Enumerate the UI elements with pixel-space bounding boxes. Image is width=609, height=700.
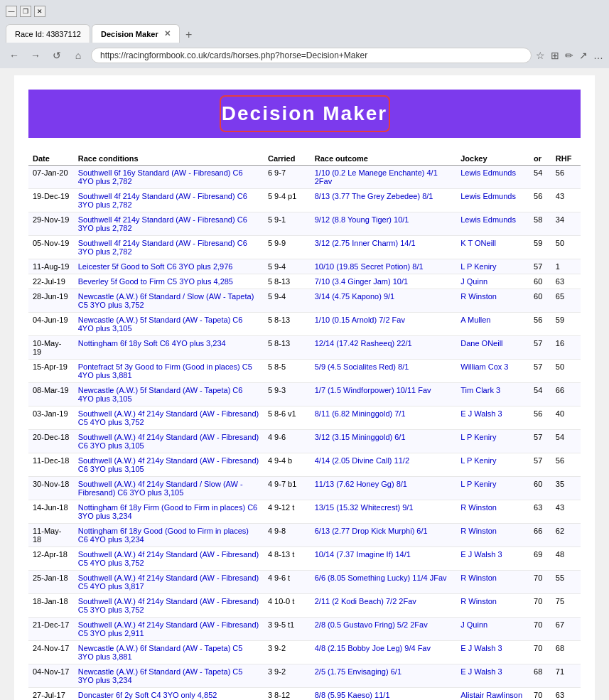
cell-outcome[interactable]: 3/14 (4.75 Kapono) 9/1 [311,289,457,313]
cell-race[interactable]: Nottingham 6f 18y Firm (Good to Firm in … [74,500,264,524]
cell-race[interactable]: Southwell (A.W.) 4f 214y Standard (AW - … [74,430,264,453]
cell-carried: 5 8-13 [264,313,311,336]
cell-outcome[interactable]: 2/8 (0.5 Gustavo Fring) 5/2 2Fav [311,618,457,641]
cell-race[interactable]: Newcastle (A.W.) 6f Standard (AW - Tapet… [74,664,264,688]
tab-race-id[interactable]: Race Id: 43837112 [6,24,90,43]
cell-race[interactable]: Southwell (A.W.) 4f 214y Standard (AW - … [74,547,264,571]
cell-outcome[interactable]: 1/10 (0.15 Arnold) 7/2 Fav [311,313,457,336]
extensions-icon[interactable]: ⊞ [551,50,559,61]
cell-jockey[interactable]: L P Keniry [456,477,529,500]
cell-race[interactable]: Beverley 5f Good to Firm C5 3YO plus 4,2… [74,274,264,289]
cell-date: 11-Dec-18 [28,453,74,477]
cell-race[interactable]: Nottingham 6f 18y Soft C6 4YO plus 3,234 [74,336,264,360]
cell-race[interactable]: Doncaster 6f 2y Soft C4 3YO only 4,852 [74,688,264,701]
cell-outcome[interactable]: 2/5 (1.75 Envisaging) 6/1 [311,664,457,688]
cell-jockey[interactable]: Lewis Edmunds [456,166,529,189]
race-table: Date Race conditions Carried Race outcom… [28,152,581,700]
bookmark-icon[interactable]: ☆ [536,50,545,61]
cell-outcome[interactable]: 10/14 (7.37 Imagine If) 14/1 [311,547,457,571]
cell-outcome[interactable]: 10/10 (19.85 Secret Potion) 8/1 [311,259,457,274]
cell-outcome[interactable]: 6/13 (2.77 Drop Kick Murphi) 6/1 [311,524,457,547]
cell-date: 14-Jun-18 [28,500,74,524]
cell-jockey[interactable]: L P Keniry [456,453,529,477]
cell-outcome[interactable]: 11/13 (7.62 Honey Gg) 8/1 [311,477,457,500]
cell-outcome[interactable]: 13/15 (15.32 Whitecrest) 9/1 [311,500,457,524]
cell-jockey[interactable]: E J Walsh 3 [456,664,529,688]
cell-race[interactable]: Southwell (A.W.) 4f 214y Standard (AW - … [74,594,264,618]
cell-jockey[interactable]: Lewis Edmunds [456,212,529,236]
cell-outcome[interactable]: 1/10 (0.2 Le Manege Enchante) 4/1 2Fav [311,166,457,189]
cell-outcome[interactable]: 12/14 (17.42 Rasheeq) 22/1 [311,336,457,360]
cell-race[interactable]: Newcastle (A.W.) 5f Standard (AW - Tapet… [74,383,264,406]
cell-date: 10-May-19 [28,336,74,360]
cell-jockey[interactable]: R Winston [456,571,529,594]
cell-race[interactable]: Southwell (A.W.) 4f 214y Standard (AW - … [74,618,264,641]
cell-jockey[interactable]: E J Walsh 3 [456,547,529,571]
cell-jockey[interactable]: E J Walsh 3 [456,406,529,430]
cell-race[interactable]: Southwell 4f 214y Standard (AW - Fibresa… [74,212,264,236]
cell-race[interactable]: Nottingham 6f 18y Good (Good to Firm in … [74,524,264,547]
cell-race[interactable]: Southwell 6f 16y Standard (AW - Fibresan… [74,166,264,189]
table-row: 24-Nov-17Newcastle (A.W.) 6f Standard (A… [28,641,581,664]
back-button[interactable]: ← [6,47,23,64]
cell-jockey[interactable]: Dane ONeill [456,336,529,360]
cell-jockey[interactable]: Lewis Edmunds [456,189,529,212]
cell-jockey[interactable]: R Winston [456,500,529,524]
cell-race[interactable]: Newcastle (A.W.) 6f Standard / Slow (AW … [74,289,264,313]
cell-jockey[interactable]: R Winston [456,289,529,313]
cell-jockey[interactable]: E J Walsh 3 [456,641,529,664]
cell-race[interactable]: Southwell (A.W.) 4f 214y Standard (AW - … [74,406,264,430]
pen-icon[interactable]: ✏ [565,50,573,61]
restore-button[interactable]: ❐ [20,6,31,17]
cell-race[interactable]: Southwell 4f 214y Standard (AW - Fibresa… [74,189,264,212]
cell-jockey[interactable]: J Quinn [456,618,529,641]
cell-outcome[interactable]: 7/10 (3.4 Ginger Jam) 10/1 [311,274,457,289]
cell-outcome[interactable]: 2/11 (2 Kodi Beach) 7/2 2Fav [311,594,457,618]
url-input[interactable]: https://racingformbook.co.uk/cards/horse… [91,48,532,63]
cell-or: 60 [529,477,551,500]
table-row: 30-Nov-18Southwell (A.W.) 4f 214y Standa… [28,477,581,500]
cell-jockey[interactable]: K T ONeill [456,236,529,259]
cell-outcome[interactable]: 9/12 (8.8 Young Tiger) 10/1 [311,212,457,236]
cell-outcome[interactable]: 3/12 (2.75 Inner Charm) 14/1 [311,236,457,259]
cell-race[interactable]: Southwell (A.W.) 4f 214y Standard (AW - … [74,571,264,594]
refresh-button[interactable]: ↺ [48,47,65,64]
tab-decision-maker[interactable]: Decision Maker ✕ [92,24,180,43]
cell-race[interactable]: Pontefract 5f 3y Good to Firm (Good in p… [74,360,264,383]
cell-or: 60 [529,274,551,289]
cell-outcome[interactable]: 3/12 (3.15 Mininggold) 6/1 [311,430,457,453]
cell-jockey[interactable]: L P Keniry [456,430,529,453]
cell-outcome[interactable]: 5/9 (4.5 Socialites Red) 8/1 [311,360,457,383]
cell-race[interactable]: Leicester 5f Good to Soft C6 3YO plus 2,… [74,259,264,274]
cell-jockey[interactable]: William Cox 3 [456,360,529,383]
cell-outcome[interactable]: 8/8 (5.95 Kaeso) 11/1 [311,688,457,701]
new-tab-button[interactable]: + [181,27,197,43]
cell-outcome[interactable]: 4/14 (2.05 Divine Call) 11/2 [311,453,457,477]
cell-jockey[interactable]: R Winston [456,594,529,618]
cell-jockey[interactable]: Alistair Rawlinson [456,688,529,701]
share-icon[interactable]: ↗ [579,50,588,61]
cell-race[interactable]: Newcastle (A.W.) 6f Standard (AW - Tapet… [74,641,264,664]
cell-jockey[interactable]: L P Keniry [456,259,529,274]
cell-jockey[interactable]: Tim Clark 3 [456,383,529,406]
close-button[interactable]: ✕ [34,6,45,17]
cell-outcome[interactable]: 6/6 (8.05 Something Lucky) 11/4 JFav [311,571,457,594]
cell-outcome[interactable]: 8/13 (3.77 The Grey Zebedee) 8/1 [311,189,457,212]
cell-jockey[interactable]: A Mullen [456,313,529,336]
cell-jockey[interactable]: J Quinn [456,274,529,289]
cell-outcome[interactable]: 4/8 (2.15 Bobby Joe Leg) 9/4 Fav [311,641,457,664]
home-button[interactable]: ⌂ [70,47,87,64]
cell-race[interactable]: Southwell (A.W.) 4f 214y Standard (AW - … [74,453,264,477]
forward-button[interactable]: → [27,47,44,64]
minimize-button[interactable]: — [6,6,17,17]
cell-outcome[interactable]: 8/11 (6.82 Mininggold) 7/1 [311,406,457,430]
window-controls[interactable]: — ❐ ✕ [6,6,45,17]
tab-close-icon[interactable]: ✕ [164,29,171,38]
cell-race[interactable]: Newcastle (A.W.) 5f Standard (AW - Tapet… [74,313,264,336]
cell-outcome[interactable]: 1/7 (1.5 Windforpower) 10/11 Fav [311,383,457,406]
more-icon[interactable]: … [593,50,603,61]
cell-race[interactable]: Southwell (A.W.) 4f 214y Standard / Slow… [74,477,264,500]
cell-jockey[interactable]: R Winston [456,524,529,547]
cell-race[interactable]: Southwell 4f 214y Standard (AW - Fibresa… [74,236,264,259]
table-row: 29-Nov-19Southwell 4f 214y Standard (AW … [28,212,581,236]
